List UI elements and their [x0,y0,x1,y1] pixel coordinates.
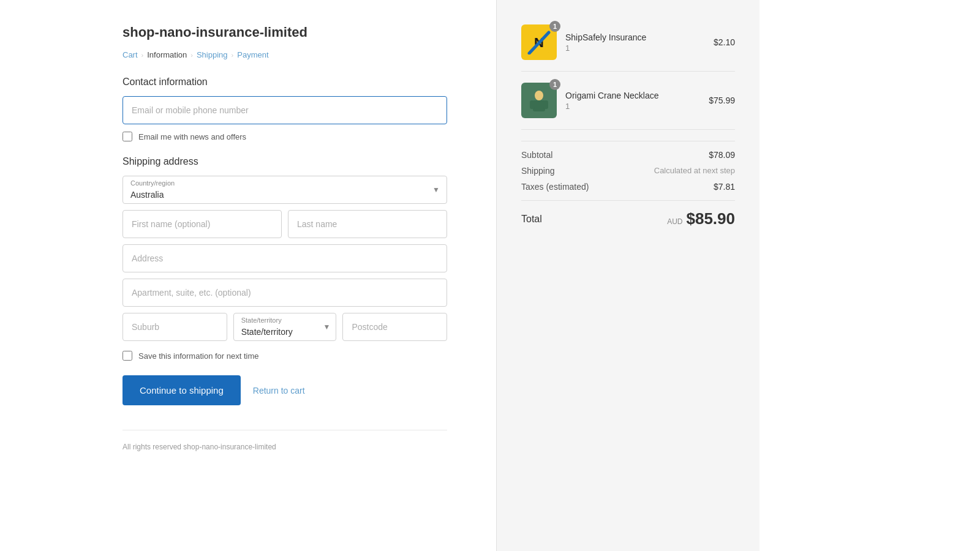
shipping-value: Calculated at next step [654,166,735,176]
contact-section-title: Contact information [123,77,447,88]
newsletter-label[interactable]: Email me with news and offers [138,132,246,141]
first-name-input[interactable] [123,210,282,238]
email-field-wrapper [123,96,447,124]
breadcrumb-cart[interactable]: Cart [123,50,138,59]
name-row [123,210,447,238]
left-panel: shop-nano-insurance-limited Cart › Infor… [0,0,496,551]
footer-text: All rights reserved shop-nano-insurance-… [123,430,447,451]
save-info-row: Save this information for next time [123,351,447,361]
breadcrumb-sep-1: › [141,51,144,59]
subtotal-label: Subtotal [521,150,552,160]
newsletter-row: Email me with news and offers [123,132,447,141]
breadcrumb-sep-2: › [190,51,193,59]
breadcrumb-payment[interactable]: Payment [237,50,268,59]
total-row: Total AUD $85.90 [521,209,735,228]
summary-divider-top [521,141,735,141]
item-1-qty: 1 [565,43,705,53]
taxes-value: $7.81 [714,182,735,192]
total-currency: AUD [667,217,682,226]
necklace-svg [527,88,551,113]
taxes-row: Taxes (estimated) $7.81 [521,182,735,192]
item-1-price: $2.10 [714,37,735,47]
total-value-wrapper: AUD $85.90 [667,209,735,228]
shipping-label: Shipping [521,166,555,176]
item-2-qty: 1 [565,102,700,111]
total-amount: $85.90 [686,209,735,228]
breadcrumb-shipping[interactable]: Shipping [197,50,228,59]
subtotal-value: $78.09 [709,150,735,160]
continue-to-shipping-button[interactable]: Continue to shipping [123,375,241,405]
newsletter-checkbox[interactable] [123,132,132,141]
order-item-1: 1 N ShipSafely Insurance 1 $2.10 [521,24,735,72]
shipping-section-title: Shipping address [123,156,447,167]
email-input[interactable] [123,96,447,124]
item-1-name: ShipSafely Insurance [565,32,705,42]
country-wrapper: Country/region Australia ▼ [123,176,447,204]
svg-rect-6 [530,100,535,109]
country-select[interactable]: Australia [123,176,447,204]
shipping-row: Shipping Calculated at next step [521,166,735,176]
subtotal-row: Subtotal $78.09 [521,150,735,160]
item-2-details: Origami Crane Necklace 1 [565,91,700,111]
item-2-price: $75.99 [709,96,735,105]
svg-point-4 [535,91,543,100]
total-label: Total [521,214,542,225]
address-input[interactable] [123,244,447,272]
save-info-label[interactable]: Save this information for next time [138,351,259,361]
order-item-2: 1 Origami Crane Necklace 1 $75.99 [521,83,735,130]
postcode-input[interactable] [342,313,447,341]
save-info-checkbox[interactable] [123,351,132,361]
shipsafely-svg: N [527,30,551,54]
suburb-state-postcode-row: State/territory State/territory ▼ [123,313,447,341]
breadcrumb: Cart › Information › Shipping › Payment [123,50,447,59]
summary-divider-bottom [521,200,735,201]
item-1-badge: 1 [549,21,560,32]
state-select[interactable]: State/territory [233,313,337,341]
taxes-label: Taxes (estimated) [521,182,589,192]
item-2-name: Origami Crane Necklace [565,91,700,100]
item-2-img-wrapper: 1 [521,83,557,118]
return-to-cart-link[interactable]: Return to cart [253,386,305,395]
item-1-img-wrapper: 1 N [521,24,557,60]
right-panel: 1 N ShipSafely Insurance 1 $2.10 1 [496,0,760,551]
action-row: Continue to shipping Return to cart [123,375,447,405]
item-2-badge: 1 [549,79,560,90]
suburb-input[interactable] [123,313,227,341]
state-wrapper: State/territory State/territory ▼ [233,313,337,341]
last-name-input[interactable] [288,210,447,238]
breadcrumb-information: Information [147,50,187,59]
address-row [123,244,447,272]
breadcrumb-sep-3: › [232,51,234,59]
item-1-details: ShipSafely Insurance 1 [565,32,705,53]
apartment-row [123,279,447,307]
svg-rect-7 [543,100,548,109]
store-title: shop-nano-insurance-limited [123,24,447,40]
apartment-input[interactable] [123,279,447,307]
